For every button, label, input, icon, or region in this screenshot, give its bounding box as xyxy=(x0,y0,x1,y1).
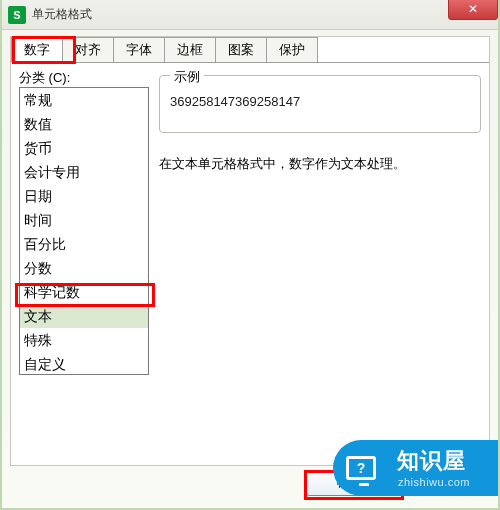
right-pane: 示例 369258147369258147 在文本单元格格式中，数字作为文本处理… xyxy=(159,67,481,457)
category-listbox[interactable]: 常规数值货币会计专用日期时间百分比分数科学记数文本特殊自定义 xyxy=(19,87,149,375)
format-note: 在文本单元格格式中，数字作为文本处理。 xyxy=(159,153,481,175)
category-item[interactable]: 文本 xyxy=(20,304,148,328)
category-item[interactable]: 自定义 xyxy=(20,352,148,375)
category-item[interactable]: 货币 xyxy=(20,136,148,160)
sample-legend: 示例 xyxy=(170,68,204,86)
window-title: 单元格格式 xyxy=(32,6,92,23)
category-item[interactable]: 科学记数 xyxy=(20,280,148,304)
category-item[interactable]: 时间 xyxy=(20,208,148,232)
app-icon: S xyxy=(8,6,26,24)
tab-3[interactable]: 边框 xyxy=(164,37,216,63)
tab-2[interactable]: 字体 xyxy=(113,37,165,63)
tab-strip: 数字对齐字体边框图案保护 xyxy=(11,37,489,63)
dialog-footer: 确定 取消 xyxy=(10,470,490,500)
tab-0[interactable]: 数字 xyxy=(11,37,63,63)
close-icon: ✕ xyxy=(468,2,478,16)
cancel-button[interactable]: 取消 xyxy=(402,470,490,496)
category-item[interactable]: 特殊 xyxy=(20,328,148,352)
category-item[interactable]: 数值 xyxy=(20,112,148,136)
sample-value: 369258147369258147 xyxy=(170,94,470,109)
titlebar: S 单元格格式 ✕ xyxy=(2,0,498,30)
sample-group: 示例 369258147369258147 xyxy=(159,75,481,133)
dialog-body: 数字对齐字体边框图案保护 分类 (C): 常规数值货币会计专用日期时间百分比分数… xyxy=(10,36,490,466)
tab-1[interactable]: 对齐 xyxy=(62,37,114,63)
close-button[interactable]: ✕ xyxy=(448,0,498,20)
category-item[interactable]: 常规 xyxy=(20,88,148,112)
tab-5[interactable]: 保护 xyxy=(266,37,318,63)
dialog-window: S 单元格格式 ✕ 数字对齐字体边框图案保护 分类 (C): 常规数值货币会计专… xyxy=(0,0,500,510)
category-item[interactable]: 会计专用 xyxy=(20,160,148,184)
category-item[interactable]: 百分比 xyxy=(20,232,148,256)
tab-content-number: 分类 (C): 常规数值货币会计专用日期时间百分比分数科学记数文本特殊自定义 示… xyxy=(19,67,481,457)
category-item[interactable]: 日期 xyxy=(20,184,148,208)
ok-button[interactable]: 确定 xyxy=(306,470,394,496)
category-item[interactable]: 分数 xyxy=(20,256,148,280)
tab-4[interactable]: 图案 xyxy=(215,37,267,63)
